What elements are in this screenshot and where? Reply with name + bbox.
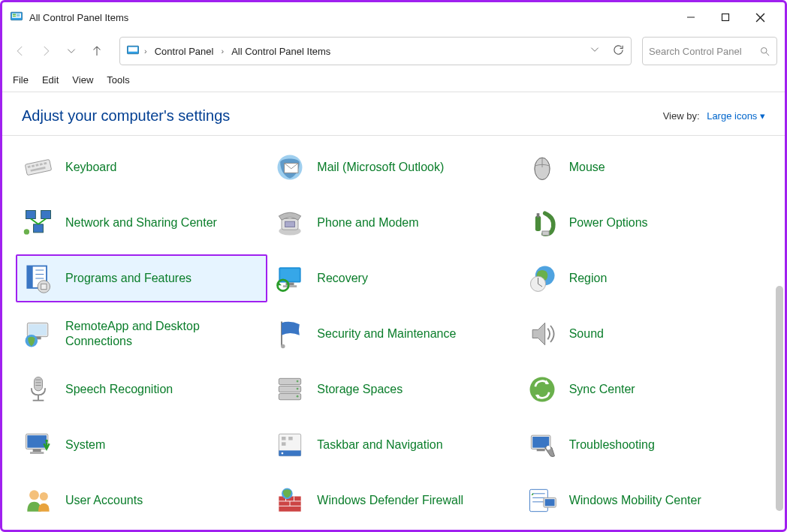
svg-point-11 [761, 47, 767, 53]
titlebar: All Control Panel Items [2, 2, 785, 32]
svg-rect-43 [41, 284, 47, 289]
cp-item-label: Windows Defender Firewall [317, 493, 463, 508]
svg-point-76 [45, 440, 48, 443]
control-panel-icon [10, 11, 23, 24]
cp-item-mouse[interactable]: Mouse [520, 143, 771, 191]
recovery-icon [273, 262, 306, 295]
cp-item-mobility[interactable]: Windows Mobility Center [520, 476, 771, 524]
window-title: All Control Panel Items [29, 12, 674, 23]
refresh-button[interactable] [612, 44, 625, 59]
recent-dropdown[interactable] [61, 41, 82, 62]
cp-item-phone[interactable]: Phone and Modem [267, 199, 519, 247]
cp-item-taskbar[interactable]: Taskbar and Navigation [267, 421, 519, 469]
system-icon [22, 428, 55, 461]
svg-rect-36 [542, 231, 549, 236]
svg-rect-81 [282, 442, 286, 446]
search-placeholder: Search Control Panel [649, 46, 755, 57]
close-button[interactable] [743, 5, 777, 29]
viewby-label: View by: [663, 110, 700, 122]
menu-edit[interactable]: Edit [42, 74, 59, 86]
cp-item-firewall[interactable]: Windows Defender Firewall [267, 476, 519, 524]
cp-item-troubleshooting[interactable]: Troubleshooting [520, 421, 771, 469]
address-bar[interactable]: › Control Panel › All Control Panel Item… [119, 37, 632, 65]
troubleshooting-icon [526, 428, 559, 461]
menu-view[interactable]: View [72, 74, 93, 86]
cp-item-user-accounts[interactable]: User Accounts [16, 476, 267, 524]
maximize-button[interactable] [708, 5, 743, 29]
scrollbar[interactable] [776, 286, 783, 511]
mail-icon [273, 151, 306, 184]
cp-item-label: Taskbar and Navigation [317, 437, 442, 452]
cp-item-storage[interactable]: Storage Spaces [267, 365, 519, 413]
search-icon [759, 46, 770, 57]
cp-item-keyboard[interactable]: Keyboard [16, 143, 267, 191]
svg-point-86 [546, 446, 550, 450]
cp-item-remoteapp[interactable]: RemoteApp and Desktop Connections [16, 310, 267, 358]
svg-rect-38 [27, 266, 32, 288]
cp-item-programs-features[interactable]: Programs and Features [16, 254, 267, 302]
cp-item-region[interactable]: Region [520, 254, 771, 302]
svg-point-82 [282, 452, 284, 455]
cp-item-label: Recovery [317, 271, 368, 286]
remoteapp-icon [22, 317, 55, 350]
microphone-icon [22, 373, 55, 406]
cp-item-label: Keyboard [65, 160, 117, 175]
cp-item-label: System [65, 437, 105, 452]
svg-point-88 [40, 492, 48, 500]
svg-rect-74 [33, 449, 41, 452]
cp-item-sync[interactable]: Sync Center [520, 365, 771, 413]
cp-item-power[interactable]: Power Options [520, 199, 771, 247]
taskbar-icon [273, 428, 306, 461]
svg-point-87 [29, 490, 39, 500]
breadcrumb-current[interactable]: All Control Panel Items [228, 44, 333, 59]
menu-file[interactable]: File [13, 74, 29, 86]
search-input[interactable]: Search Control Panel [642, 37, 777, 65]
svg-rect-4 [17, 14, 20, 17]
cp-item-label: Security and Maintenance [317, 326, 456, 341]
cp-item-label: Programs and Features [65, 271, 191, 286]
svg-rect-35 [536, 213, 539, 218]
svg-rect-27 [34, 224, 44, 233]
svg-rect-6 [722, 14, 729, 21]
svg-line-29 [38, 219, 46, 224]
cp-item-label: Mouse [569, 160, 605, 175]
cp-item-sound[interactable]: Sound [520, 310, 771, 358]
svg-rect-54 [29, 324, 47, 335]
storage-icon [273, 373, 306, 406]
forward-button[interactable] [35, 41, 56, 62]
cp-item-system[interactable]: System [16, 421, 267, 469]
firewall-icon [273, 484, 306, 517]
user-accounts-icon [22, 484, 55, 517]
cp-item-mail[interactable]: Mail (Microsoft Outlook) [267, 143, 519, 191]
cp-item-label: Storage Spaces [317, 382, 403, 397]
cp-item-label: RemoteApp and Desktop Connections [65, 319, 261, 349]
back-button[interactable] [10, 41, 31, 62]
minimize-button[interactable] [674, 5, 708, 29]
svg-rect-10 [128, 47, 137, 52]
menu-bar: File Edit View Tools [2, 70, 785, 92]
svg-point-58 [281, 344, 285, 349]
cp-item-label: Sound [569, 326, 604, 341]
viewby-dropdown[interactable]: Large icons ▾ [707, 110, 765, 122]
svg-rect-85 [536, 449, 544, 452]
svg-rect-2 [13, 14, 17, 16]
cp-item-network[interactable]: Network and Sharing Center [16, 199, 267, 247]
phone-icon [273, 206, 306, 239]
menu-tools[interactable]: Tools [107, 74, 129, 86]
chevron-down-icon[interactable] [589, 44, 600, 58]
svg-rect-59 [35, 377, 43, 391]
navigation-bar: › Control Panel › All Control Panel Item… [2, 32, 785, 70]
svg-rect-33 [285, 221, 295, 227]
svg-rect-3 [13, 16, 17, 17]
svg-point-30 [24, 229, 29, 234]
breadcrumb-root[interactable]: Control Panel [152, 44, 217, 59]
up-button[interactable] [86, 41, 107, 62]
cp-item-label: User Accounts [65, 493, 143, 508]
items-grid: Keyboard Mail (Microsoft Outlook) Mouse … [2, 136, 785, 530]
svg-rect-26 [41, 211, 51, 219]
svg-rect-34 [535, 216, 540, 231]
cp-item-security[interactable]: Security and Maintenance [267, 310, 519, 358]
cp-item-recovery[interactable]: Recovery [267, 254, 519, 302]
cp-item-speech[interactable]: Speech Recognition [16, 365, 267, 413]
cp-item-label: Sync Center [569, 382, 635, 397]
